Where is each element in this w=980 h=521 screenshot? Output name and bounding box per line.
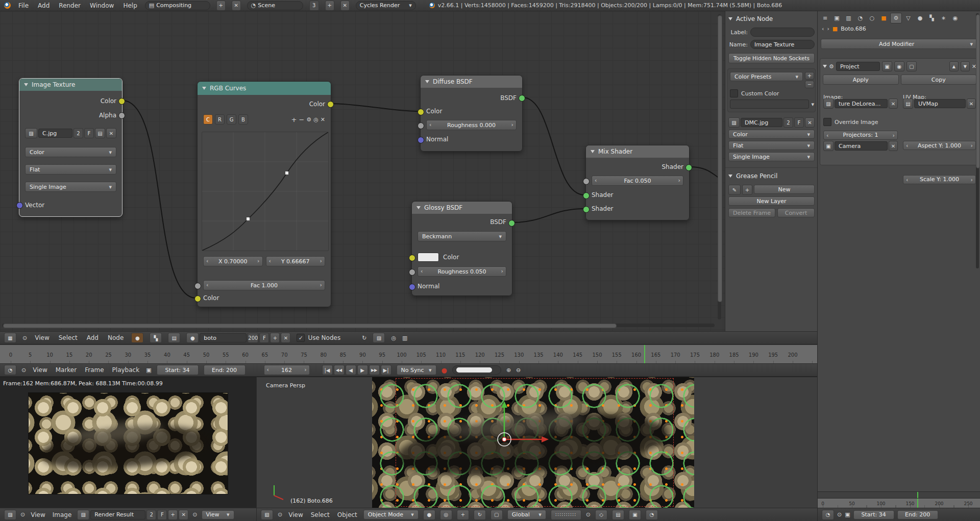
viewport-shading-icon[interactable]: ● [423, 510, 435, 520]
increment-icon[interactable]: › [971, 143, 973, 148]
manipulator-rotate-icon[interactable]: ↻ [474, 510, 486, 520]
menu-add[interactable]: Add [85, 334, 100, 341]
active-node-panel-header[interactable]: Active Node [728, 15, 773, 22]
menu-file[interactable]: File [17, 2, 30, 9]
unlink-image-button[interactable]: ✕ [889, 98, 898, 109]
browse-material-icon[interactable]: ● [186, 333, 199, 343]
menu-marker[interactable]: Marker [54, 366, 78, 374]
toggle-hidden-sockets-button[interactable]: Toggle Hidden Node Sockets [728, 53, 815, 63]
tab-modifiers[interactable]: ⚙ [890, 13, 902, 23]
jump-to-start-button[interactable]: |◀ [322, 365, 333, 375]
material-users-count[interactable]: 200 [248, 333, 258, 343]
current-frame-field[interactable]: ‹ 162 › [264, 365, 310, 375]
blender-logo-icon[interactable] [4, 2, 11, 9]
shader-nodes-icon[interactable]: ● [131, 333, 143, 343]
projection-select[interactable]: Flat ▾ [25, 164, 116, 175]
decrement-icon[interactable]: ‹ [269, 258, 271, 264]
increment-icon[interactable]: › [304, 367, 306, 373]
pin-icon[interactable]: ⊙ [278, 512, 282, 517]
decrement-icon[interactable]: ‹ [206, 258, 208, 264]
tab-render[interactable]: ▣ [831, 13, 842, 23]
editor-type-timeline-icon[interactable]: ◔ [4, 365, 16, 375]
add-gp-button[interactable]: + [742, 185, 752, 195]
socket-normal-in[interactable] [409, 284, 415, 290]
node-mix-shader[interactable]: Mix Shader Shader ‹ Fac 0.050 › Shader S… [585, 145, 690, 220]
projection-select[interactable]: Flat ▾ [728, 141, 815, 150]
preview-range-icon[interactable]: ▣ [845, 512, 850, 517]
collapse-icon[interactable] [728, 17, 732, 20]
horizontal-scrollbar[interactable] [2, 324, 715, 327]
increment-icon[interactable]: › [320, 258, 322, 264]
record-icon[interactable]: ● [442, 367, 447, 374]
pack-image-icon[interactable]: ▤ [95, 128, 105, 138]
image-users-count[interactable]: 2 [146, 510, 156, 520]
channel-b-button[interactable]: B [238, 114, 248, 125]
add-scene-button[interactable]: + [325, 1, 334, 11]
menu-add[interactable]: Add [36, 2, 51, 9]
tab-particles[interactable]: ∗ [938, 13, 949, 23]
unlink-object-button[interactable]: ✕ [889, 141, 898, 151]
browse-image-icon[interactable]: ▨ [25, 128, 37, 138]
increment-icon[interactable]: › [501, 268, 503, 274]
curve-widget[interactable] [202, 132, 329, 251]
custom-color-checkbox[interactable] [730, 89, 738, 97]
tab-object-data[interactable]: ▽ [903, 13, 914, 23]
jump-to-end-button[interactable]: ▶| [381, 365, 391, 375]
unlink-image-button[interactable]: ✕ [805, 117, 815, 128]
decrement-icon[interactable]: ‹ [595, 178, 597, 183]
node-name-field[interactable]: Image Texture [750, 40, 815, 49]
unlink-material-button[interactable]: ✕ [281, 333, 290, 343]
fake-user-button[interactable]: F [157, 510, 167, 520]
fake-user-button[interactable]: F [259, 333, 269, 343]
decrement-icon[interactable]: ‹ [906, 177, 908, 183]
increment-icon[interactable]: › [257, 258, 259, 264]
channel-g-button[interactable]: G [227, 114, 236, 125]
socket-roughness-in[interactable] [418, 122, 424, 129]
gp-new-layer-button[interactable]: New Layer [728, 196, 815, 206]
projectors-field[interactable]: ‹ Projectors: 1 › [823, 131, 898, 140]
fac-slider[interactable]: ‹ Fac 1.000 › [203, 280, 325, 290]
socket-color-in[interactable] [418, 109, 424, 115]
tab-material[interactable]: ● [915, 13, 925, 23]
sample-target-icon[interactable]: ◎ [313, 117, 318, 122]
projector-image-field[interactable]: ture DeLorean DMC.jpg [835, 99, 888, 108]
menu-node[interactable]: Node [106, 334, 125, 341]
image-name-field[interactable]: DMC.jpg [741, 118, 782, 127]
new-image-button[interactable]: + [168, 510, 178, 520]
auto-render-icon[interactable]: ◎ [391, 335, 396, 341]
color-space-select[interactable]: Color ▾ [728, 130, 815, 139]
node-image-texture[interactable]: Image Texture Color Alpha ▨ C.jpg 2 F ▤ … [19, 78, 122, 217]
compositing-nodes-icon[interactable]: ▚ [150, 333, 162, 343]
increment-icon[interactable]: › [893, 133, 895, 138]
add-preset-button[interactable]: + [805, 72, 814, 80]
start-frame-field[interactable]: Start: 34 [157, 365, 199, 375]
menu-render[interactable]: Render [57, 2, 82, 9]
fake-user-button[interactable]: F [84, 128, 94, 138]
decrement-icon[interactable]: ‹ [267, 367, 269, 373]
tab-object[interactable]: ■ [878, 13, 889, 23]
snap-element-icon[interactable]: ▤ [612, 510, 624, 520]
pin-icon[interactable]: ⊙ [837, 512, 842, 517]
node-header[interactable]: Glossy BSDF [412, 202, 512, 214]
close-scene-button[interactable]: ✕ [340, 1, 350, 11]
properties-scrollbar[interactable] [976, 13, 979, 268]
image-users-count[interactable]: 2 [74, 128, 83, 138]
next-keyframe-button[interactable]: ▶▶ [369, 365, 380, 375]
unlink-image-button[interactable]: ✕ [106, 128, 116, 138]
manipulator-scale-icon[interactable]: ▢ [491, 510, 503, 520]
editor-type-timeline-icon[interactable]: ◔ [822, 510, 834, 520]
zoom-in-icon[interactable]: + [291, 116, 297, 123]
mini-timeline-ruler[interactable]: 050100150200250 [818, 498, 980, 508]
opengl-render-icon[interactable]: ▣ [629, 510, 641, 520]
decrement-icon[interactable]: ‹ [906, 143, 908, 148]
keying-set-field[interactable] [452, 365, 501, 375]
pivot-point-icon[interactable]: ◎ [440, 510, 452, 520]
image-datablock-field[interactable]: Render Result [90, 510, 145, 519]
sync-mode-select[interactable]: No Sync ▾ [397, 365, 436, 375]
move-up-button[interactable]: ▲ [949, 61, 959, 71]
source-select[interactable]: Single Image ▾ [25, 182, 116, 192]
gp-convert-button[interactable]: Convert [777, 208, 815, 217]
override-image-checkbox[interactable] [823, 118, 831, 126]
pin-icon[interactable]: ⊙ [20, 512, 25, 517]
node-header[interactable]: Image Texture [19, 79, 122, 91]
